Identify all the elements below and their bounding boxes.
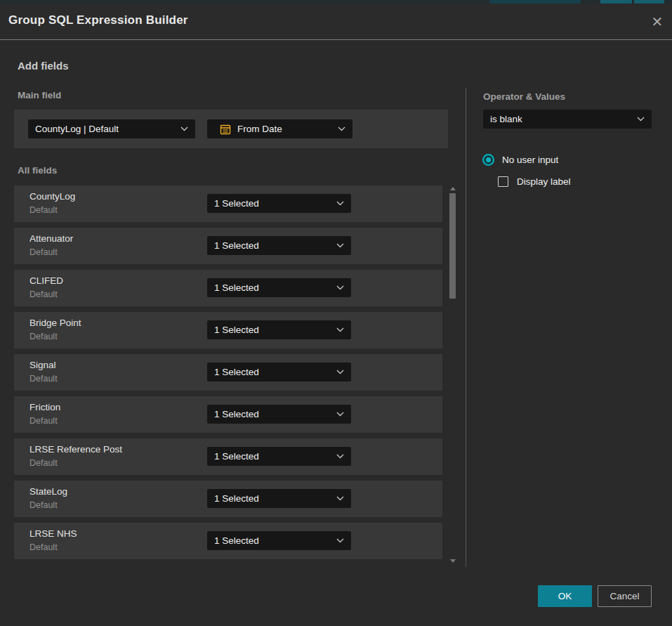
- field-name: Friction: [29, 402, 60, 412]
- field-selected-dropdown[interactable]: 1 Selected: [207, 489, 351, 508]
- field-row: Attenuator Default 1 Selected: [14, 228, 442, 264]
- chevron-down-icon: [336, 538, 344, 543]
- no-user-input-label: No user input: [502, 155, 558, 165]
- field-selected-value: 1 Selected: [214, 493, 331, 504]
- cancel-button[interactable]: Cancel: [598, 585, 652, 607]
- chevron-down-icon: [336, 370, 344, 374]
- field-row: Signal Default 1 Selected: [14, 354, 442, 391]
- radio-selected-icon: [482, 154, 494, 166]
- panel-divider: [466, 88, 466, 567]
- field-selected-dropdown[interactable]: 1 Selected: [207, 405, 351, 424]
- field-name: LRSE Reference Post: [29, 444, 122, 455]
- field-selected-dropdown[interactable]: 1 Selected: [207, 278, 351, 297]
- main-layer-select[interactable]: CountyLog | Default: [28, 119, 195, 138]
- display-label-checkbox[interactable]: Display label: [498, 176, 571, 187]
- field-row: Bridge Point Default 1 Selected: [14, 312, 442, 348]
- field-sublabel: Default: [29, 332, 58, 341]
- scrollbar-thumb[interactable]: [449, 193, 456, 299]
- operator-select[interactable]: is blank: [483, 110, 652, 129]
- field-selected-dropdown[interactable]: 1 Selected: [207, 447, 351, 466]
- chevron-down-icon: [336, 496, 344, 501]
- main-field-label: Main field: [18, 90, 61, 100]
- field-row: LRSE Reference Post Default 1 Selected: [14, 438, 442, 475]
- operator-values-heading: Operator & Values: [483, 91, 565, 102]
- field-selected-value: 1 Selected: [214, 325, 331, 335]
- field-selected-dropdown[interactable]: 1 Selected: [207, 531, 351, 550]
- field-sublabel: Default: [29, 500, 58, 510]
- field-selected-value: 1 Selected: [214, 198, 331, 209]
- checkbox-unchecked-icon: [498, 176, 508, 187]
- field-sublabel: Default: [29, 458, 58, 468]
- field-sublabel: Default: [29, 416, 58, 426]
- field-row: StateLog Default 1 Selected: [14, 481, 442, 517]
- all-fields-label: All fields: [18, 165, 57, 176]
- chevron-down-icon: [637, 117, 645, 122]
- calendar-icon: [220, 124, 231, 135]
- ok-button[interactable]: OK: [538, 585, 592, 607]
- main-layer-select-value: CountyLog | Default: [35, 124, 175, 134]
- close-icon[interactable]: ✕: [647, 11, 668, 32]
- display-label-label: Display label: [517, 176, 571, 187]
- group-sql-expression-builder-dialog: Group SQL Expression Builder ✕ Add field…: [0, 4, 672, 626]
- chevron-down-icon: [336, 285, 344, 290]
- field-selected-dropdown[interactable]: 1 Selected: [207, 363, 351, 382]
- add-fields-heading: Add fields: [18, 60, 69, 72]
- dialog-titlebar: Group SQL Expression Builder ✕: [0, 4, 672, 39]
- dialog-title: Group SQL Expression Builder: [8, 13, 188, 27]
- field-name: Attenuator: [29, 233, 73, 244]
- scroll-up-icon[interactable]: [450, 187, 456, 190]
- chevron-down-icon: [336, 243, 344, 248]
- field-name: StateLog: [29, 486, 67, 497]
- field-name: CountyLog: [29, 191, 75, 202]
- field-name: LRSE NHS: [29, 528, 77, 539]
- field-sublabel: Default: [29, 374, 58, 384]
- main-date-field-select[interactable]: From Date: [207, 119, 353, 138]
- main-date-field-value: From Date: [237, 124, 332, 134]
- scroll-down-icon[interactable]: [450, 559, 456, 563]
- field-selected-value: 1 Selected: [214, 409, 331, 419]
- main-field-panel: CountyLog | Default From Date: [14, 110, 448, 148]
- field-selected-value: 1 Selected: [214, 240, 331, 251]
- field-row: LRSE NHS Default 1 Selected: [14, 523, 442, 559]
- field-selected-value: 1 Selected: [214, 535, 331, 546]
- field-sublabel: Default: [29, 205, 58, 215]
- chevron-down-icon: [180, 126, 188, 131]
- field-selected-dropdown[interactable]: 1 Selected: [207, 236, 351, 255]
- screen: Group SQL Expression Builder ✕ Add field…: [0, 0, 672, 626]
- field-row: CountyLog Default 1 Selected: [14, 185, 442, 222]
- chevron-down-icon: [336, 454, 344, 459]
- field-name: Bridge Point: [29, 318, 81, 328]
- field-sublabel: Default: [29, 247, 58, 257]
- operator-select-value: is blank: [490, 114, 631, 124]
- titlebar-divider: [0, 39, 672, 40]
- field-selected-dropdown[interactable]: 1 Selected: [207, 194, 351, 213]
- chevron-down-icon: [338, 126, 345, 131]
- field-selected-value: 1 Selected: [214, 451, 331, 462]
- chevron-down-icon: [336, 327, 344, 332]
- field-selected-value: 1 Selected: [214, 367, 331, 377]
- field-row: Friction Default 1 Selected: [14, 396, 442, 433]
- field-selected-dropdown[interactable]: 1 Selected: [207, 320, 351, 339]
- no-user-input-radio[interactable]: No user input: [482, 154, 558, 166]
- field-selected-value: 1 Selected: [214, 282, 331, 293]
- field-name: CLIFED: [29, 275, 63, 286]
- chevron-down-icon: [336, 412, 344, 417]
- field-name: Signal: [29, 360, 56, 370]
- field-sublabel: Default: [29, 289, 58, 299]
- field-row: CLIFED Default 1 Selected: [14, 270, 442, 306]
- field-sublabel: Default: [29, 542, 58, 552]
- chevron-down-icon: [336, 201, 344, 206]
